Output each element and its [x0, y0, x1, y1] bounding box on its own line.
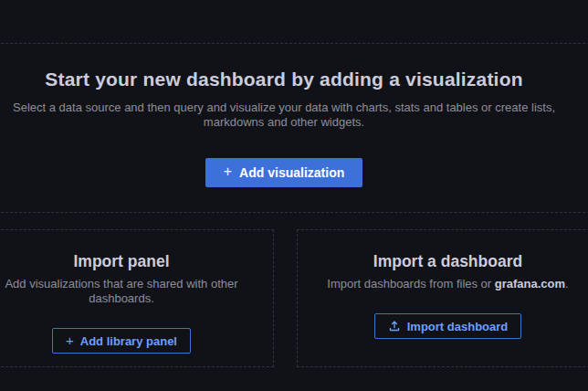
- upload-icon: [388, 320, 401, 333]
- grafana-com-text: grafana.com: [495, 277, 565, 291]
- description-text: .: [565, 277, 569, 291]
- import-dashboard-description: Import dashboards from files or grafana.…: [298, 277, 588, 291]
- dashboard-canvas: Start your new dashboard by adding a vis…: [0, 0, 588, 391]
- add-library-panel-button-label: Add library panel: [80, 334, 177, 348]
- import-dashboard-title: Import a dashboard: [298, 230, 588, 270]
- add-visualization-panel: Start your new dashboard by adding a vis…: [0, 43, 588, 213]
- add-visualization-button-label: Add visualization: [239, 165, 344, 180]
- page-title: Start your new dashboard by adding a vis…: [0, 44, 588, 90]
- add-visualization-button[interactable]: + Add visualization: [205, 158, 362, 187]
- add-library-panel-button[interactable]: + Add library panel: [52, 328, 191, 354]
- description-line: dashboards.: [0, 291, 273, 306]
- import-panel-card: Import panel Add visualizations that are…: [0, 229, 274, 367]
- import-panel-description: Add visualizations that are shared with …: [0, 277, 273, 306]
- import-dashboard-card: Import a dashboard Import dashboards fro…: [297, 229, 588, 367]
- description-line: Select a data source and then query and …: [0, 100, 588, 115]
- import-dashboard-button-label: Import dashboard: [407, 320, 509, 333]
- import-panel-title: Import panel: [0, 230, 273, 270]
- import-dashboard-button[interactable]: Import dashboard: [374, 313, 522, 339]
- description-line: Add visualizations that are shared with …: [0, 277, 273, 291]
- plus-icon: +: [224, 164, 232, 179]
- plus-icon: +: [66, 333, 74, 347]
- description-text: Import dashboards from files or: [327, 277, 495, 291]
- description-line: markdowns and other widgets.: [0, 115, 588, 130]
- page-description: Select a data source and then query and …: [0, 100, 588, 130]
